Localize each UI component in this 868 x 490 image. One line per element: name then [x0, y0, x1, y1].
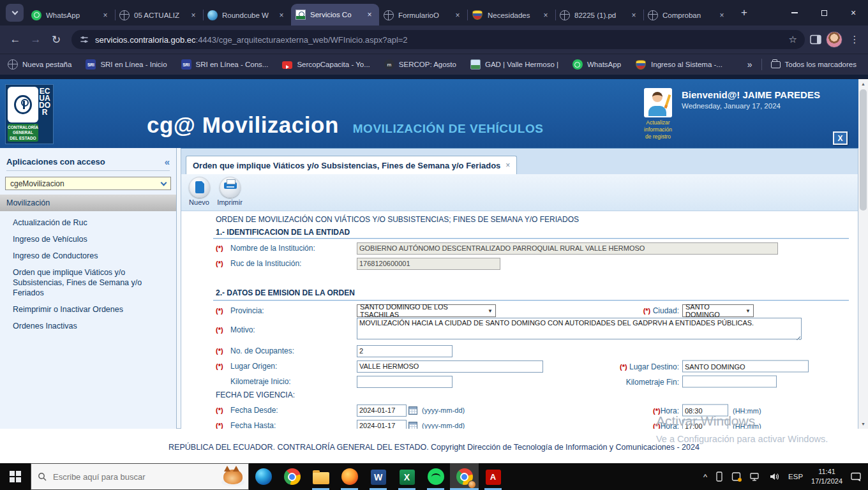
- taskbar-firefox[interactable]: [335, 463, 364, 490]
- tab-close-button[interactable]: ×: [717, 10, 727, 20]
- browser-tab-actualiz[interactable]: 05 ACTUALIZ ×: [115, 4, 203, 26]
- bookmark-sercopcapacita[interactable]: SercopCapacita - Yo...: [282, 60, 370, 69]
- profile-fox-badge: [468, 480, 476, 489]
- browser-tab-formulario[interactable]: FormularioO ×: [379, 4, 467, 26]
- chrome-icon: [284, 468, 301, 485]
- browser-tab-comprobante[interactable]: Comproban ×: [643, 4, 731, 26]
- lugar-origen-field[interactable]: [357, 360, 543, 373]
- bookmarks-overflow-button[interactable]: »: [747, 59, 752, 70]
- taskbar-search[interactable]: [31, 463, 249, 490]
- sidebar-item-ingreso-vehiculos[interactable]: Ingreso de Vehículos: [0, 231, 176, 248]
- taskbar-file-explorer[interactable]: [306, 463, 335, 490]
- tab-search-button[interactable]: [6, 4, 24, 22]
- browser-tab-necesidades[interactable]: Necesidades ×: [467, 4, 555, 26]
- kilometraje-inicio-field[interactable]: [357, 376, 453, 388]
- window-restore-button[interactable]: [809, 0, 839, 26]
- content-tab-orden[interactable]: Orden que implique Viáticos y/o Subsiste…: [186, 156, 517, 174]
- browser-tab-roundcube[interactable]: Roundcube W ×: [203, 4, 291, 26]
- fecha-desde-field[interactable]: [357, 405, 407, 417]
- bookmark-sri-consultas[interactable]: SRI SRI en Línea - Cons...: [181, 59, 269, 70]
- hora-hasta-field[interactable]: [682, 420, 728, 429]
- notification-center-icon[interactable]: [851, 472, 862, 482]
- application-select[interactable]: cgeMovilizacion: [5, 177, 171, 190]
- browser-tab-servicios-active[interactable]: Servicios Co ×: [291, 4, 379, 26]
- lugar-destino-field[interactable]: [682, 360, 809, 373]
- taskbar-acrobat[interactable]: A: [479, 463, 507, 490]
- window-close-button[interactable]: ×: [839, 0, 868, 26]
- scroll-down-arrow[interactable]: ▼: [858, 419, 868, 429]
- taskbar-word[interactable]: W: [364, 463, 393, 490]
- ruc-label: Ruc de la Institución:: [230, 259, 357, 268]
- required-marker: (*): [216, 362, 230, 370]
- sidebar-item-reimprimir-ordenes[interactable]: Reimprimir o Inactivar Ordenes: [0, 301, 176, 318]
- hora-desde-field[interactable]: [682, 405, 728, 417]
- taskbar-chrome-active[interactable]: [450, 463, 479, 490]
- taskbar-spotify[interactable]: [421, 463, 450, 490]
- sidebar-item-actualizacion-ruc[interactable]: Actualización de Ruc: [0, 214, 176, 231]
- taskbar-excel[interactable]: X: [393, 463, 421, 490]
- taskbar-chrome[interactable]: [278, 463, 306, 490]
- kilometraje-fin-field[interactable]: [682, 376, 777, 388]
- start-button[interactable]: [0, 463, 31, 490]
- bookmark-whatsapp[interactable]: WhatsApp: [572, 59, 621, 70]
- bookmark-ingreso-sistema[interactable]: Ingreso al Sistema -...: [635, 60, 722, 70]
- motivo-field[interactable]: MOVILIZACIÓN HACIA LA CIUDAD DE SANTO DO…: [357, 318, 802, 339]
- print-button[interactable]: Imprimir: [216, 177, 244, 211]
- page-scrollbar[interactable]: ▲ ▼: [858, 79, 868, 429]
- new-order-button[interactable]: Nuevo: [185, 177, 213, 211]
- forward-button[interactable]: →: [26, 29, 46, 50]
- search-input[interactable]: [53, 472, 216, 482]
- tab-close-button[interactable]: ×: [100, 10, 110, 20]
- phone-link-icon[interactable]: [715, 471, 723, 482]
- update-notification-icon[interactable]: [731, 471, 742, 482]
- tab-close-button[interactable]: ×: [541, 10, 551, 20]
- tab-close-button[interactable]: ×: [629, 10, 639, 20]
- sidebar-item-orden-viaticos[interactable]: Orden que implique Viáticos y/o Subsiste…: [0, 264, 176, 301]
- side-panel-icon[interactable]: [810, 34, 822, 45]
- session-close-button[interactable]: X: [833, 131, 848, 145]
- content-tab-close[interactable]: ×: [505, 161, 510, 170]
- sidebar-item-ingreso-conductores[interactable]: Ingreso de Conductores: [0, 248, 176, 264]
- update-registry-link[interactable]: Actualizar información de registro: [643, 88, 673, 140]
- taskbar-clock[interactable]: 11:41 17/1/2024: [811, 467, 842, 486]
- provincia-select[interactable]: SANTO DOMINGO DE LOS TSACHILAS ▼: [357, 304, 496, 317]
- site-settings-icon[interactable]: [79, 34, 89, 45]
- reload-button[interactable]: ↻: [46, 29, 66, 50]
- ocupantes-field[interactable]: [357, 345, 453, 357]
- scrollbar-thumb[interactable]: [860, 89, 867, 211]
- tab-close-button[interactable]: ×: [276, 10, 287, 20]
- new-tab-button[interactable]: +: [735, 4, 753, 22]
- bookmark-star-icon[interactable]: ☆: [789, 34, 797, 45]
- tab-close-button[interactable]: ×: [453, 10, 463, 20]
- divider: [213, 238, 849, 239]
- bookmark-sercop[interactable]: m SERCOP: Agosto: [384, 59, 456, 70]
- bookmark-gad-valle-hermoso[interactable]: GAD | Valle Hermoso |: [470, 59, 558, 70]
- bookmark-nueva-pestana[interactable]: Nueva pestaña: [8, 59, 71, 70]
- browser-tab-pdf[interactable]: 82225 (1).pd ×: [555, 4, 643, 26]
- browser-tab-whatsapp[interactable]: WhatsApp ×: [27, 4, 115, 26]
- calendar-icon[interactable]: [408, 422, 417, 429]
- network-icon[interactable]: [750, 472, 761, 482]
- sidebar-section-movilizacion[interactable]: Movilización: [0, 195, 176, 211]
- tray-expand-icon[interactable]: ^: [703, 472, 707, 482]
- sidebar-collapse-icon[interactable]: «: [165, 156, 170, 167]
- calendar-icon[interactable]: [408, 406, 417, 415]
- taskbar-edge[interactable]: [249, 463, 278, 490]
- bookmark-sri-inicio[interactable]: SRI SRI en Línea - Inicio: [86, 59, 167, 70]
- back-button[interactable]: ←: [5, 29, 26, 50]
- address-bar[interactable]: servicios.contraloria.gob.ec:4443/cge_ar…: [71, 30, 805, 49]
- fox-body: [223, 470, 243, 484]
- window-minimize-button[interactable]: [780, 0, 809, 26]
- language-indicator[interactable]: ESP: [788, 473, 803, 480]
- all-bookmarks-button[interactable]: Todos los marcadores: [771, 61, 857, 68]
- volume-icon[interactable]: [769, 472, 780, 481]
- profile-avatar[interactable]: [826, 31, 842, 48]
- ciudad-select[interactable]: SANTO DOMINGO ▼: [682, 304, 754, 317]
- hora-label: (*)Hora:: [572, 421, 682, 429]
- fecha-hasta-field[interactable]: [357, 420, 407, 429]
- sidebar-item-ordenes-inactivas[interactable]: Ordenes Inactivas: [0, 318, 176, 334]
- tab-close-button[interactable]: ×: [364, 10, 375, 20]
- scroll-up-arrow[interactable]: ▲: [858, 79, 868, 89]
- browser-menu-icon[interactable]: ⋮: [846, 34, 863, 45]
- tab-close-button[interactable]: ×: [188, 10, 198, 20]
